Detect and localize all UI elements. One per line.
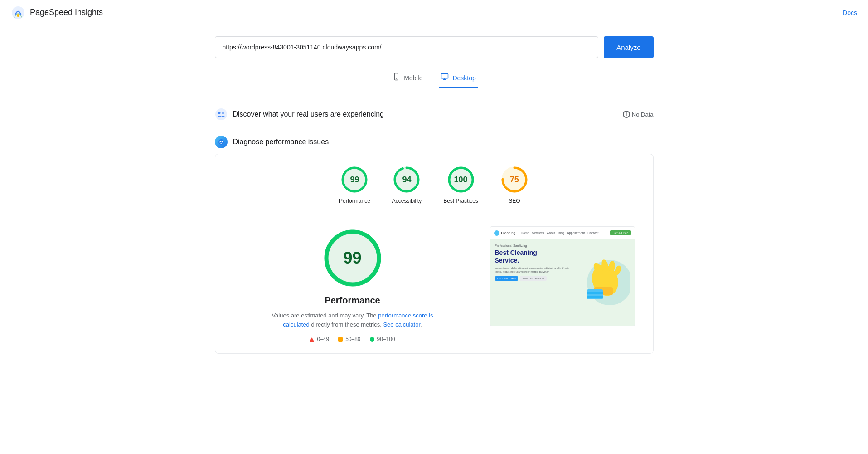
search-bar: Analyze (215, 36, 654, 58)
svg-rect-4 (441, 73, 448, 78)
fail-icon (310, 337, 314, 342)
score-legend: 0–49 50–89 90–100 (310, 336, 395, 342)
preview-nav-about: About (547, 231, 555, 234)
score-item-performance[interactable]: 99 Performance (339, 165, 370, 204)
preview-buttons: Our Best Offers View Our Services (495, 276, 577, 281)
svg-point-1 (17, 14, 19, 17)
svg-point-8 (218, 112, 220, 114)
tab-mobile-label: Mobile (404, 74, 422, 82)
preview-body-text: Lorem ipsum dolor sit amet, consectetur … (495, 266, 577, 274)
analyze-button[interactable]: Analyze (604, 36, 653, 58)
header: PageSpeed Insights Docs (0, 0, 868, 25)
real-users-section[interactable]: Discover what your real users are experi… (215, 101, 654, 128)
website-preview-container: Cleaning Home Services About Blog Appoin… (490, 226, 635, 326)
svg-point-12 (221, 141, 223, 142)
seo-label: SEO (509, 198, 520, 204)
svg-rect-35 (587, 289, 603, 299)
svg-point-0 (12, 6, 24, 19)
best-practices-label: Best Practices (443, 198, 478, 204)
main-content: Analyze Mobile Desktop (208, 25, 661, 365)
preview-text: Professional Sanitizing Best Cleaning Se… (495, 244, 577, 321)
preview-subtitle: Professional Sanitizing (495, 244, 577, 247)
accessibility-circle: 94 (392, 165, 421, 194)
preview-nav-services: Services (532, 231, 544, 234)
detail-section: 99 Performance Values are estimated and … (226, 226, 642, 342)
average-icon (338, 337, 343, 342)
docs-link[interactable]: Docs (843, 9, 857, 16)
real-users-icon (215, 108, 228, 121)
best-practices-circle: 100 (446, 165, 475, 194)
device-tabs: Mobile Desktop (215, 69, 654, 88)
accessibility-score: 94 (402, 175, 411, 185)
no-data-badge: i No Data (623, 111, 654, 118)
preview-site-name: Cleaning (501, 231, 516, 235)
svg-rect-37 (587, 296, 603, 298)
performance-circle: 99 (340, 165, 369, 194)
legend-pass: 90–100 (370, 336, 395, 342)
calculator-link[interactable]: See calculator (383, 321, 420, 328)
app-title: PageSpeed Insights (30, 8, 103, 17)
best-practices-score: 100 (454, 175, 467, 185)
preview-nav-cta: Get A Price (610, 230, 630, 235)
tab-mobile[interactable]: Mobile (390, 69, 424, 88)
diagnose-header[interactable]: Diagnose performance issues (215, 128, 654, 154)
performance-score: 99 (350, 175, 359, 185)
preview-heading: Best Cleaning Service. (495, 249, 577, 264)
scores-row: 99 Performance 94 Accessibility (226, 165, 642, 215)
detail-performance-title: Performance (325, 295, 380, 306)
diagnose-icon (215, 136, 228, 148)
detail-left: 99 Performance Values are estimated and … (233, 226, 472, 342)
svg-point-10 (218, 139, 224, 145)
preview-image (580, 244, 630, 321)
preview-nav-blog: Blog (558, 231, 564, 234)
pass-icon (370, 337, 374, 342)
svg-point-11 (219, 141, 221, 142)
url-input[interactable] (215, 36, 599, 58)
preview-btn-services: View Our Services (520, 276, 547, 281)
svg-rect-36 (587, 292, 603, 294)
desktop-icon (441, 73, 449, 83)
legend-average-range: 50–89 (345, 336, 360, 342)
legend-average: 50–89 (338, 336, 360, 342)
large-performance-circle: 99 (321, 226, 384, 290)
legend-pass-range: 90–100 (377, 336, 395, 342)
score-panel: 99 Performance 94 Accessibility (215, 154, 654, 354)
website-preview: Cleaning Home Services About Blog Appoin… (490, 226, 635, 326)
legend-fail-range: 0–49 (317, 336, 329, 342)
svg-point-9 (222, 112, 224, 114)
diagnose-title: Diagnose performance issues (233, 138, 654, 146)
score-item-seo[interactable]: 75 SEO (500, 165, 529, 204)
svg-point-7 (215, 108, 227, 120)
preview-logo-dot (494, 230, 499, 236)
preview-nav-appointment: Appointment (567, 231, 585, 234)
score-item-accessibility[interactable]: 94 Accessibility (392, 165, 422, 204)
logo-area: PageSpeed Insights (11, 5, 103, 20)
psi-logo-icon (11, 5, 25, 20)
score-item-best-practices[interactable]: 100 Best Practices (443, 165, 478, 204)
mobile-icon (392, 73, 400, 83)
tab-desktop[interactable]: Desktop (439, 69, 477, 88)
seo-circle: 75 (500, 165, 529, 194)
preview-btn-offers: Our Best Offers (495, 276, 519, 281)
preview-navbar: Cleaning Home Services About Blog Appoin… (490, 227, 635, 239)
cleaning-glove-svg (580, 244, 630, 321)
diagnose-section: Diagnose performance issues 99 Perf (215, 128, 654, 354)
accessibility-label: Accessibility (392, 198, 422, 204)
performance-label: Performance (339, 198, 370, 204)
preview-nav-contact: Contact (587, 231, 598, 234)
tab-desktop-label: Desktop (452, 74, 475, 82)
real-users-title: Discover what your real users are experi… (233, 110, 617, 118)
legend-fail: 0–49 (310, 336, 329, 342)
large-performance-score: 99 (343, 249, 361, 268)
preview-nav-home: Home (521, 231, 529, 234)
no-data-label: No Data (632, 111, 654, 118)
info-icon: i (623, 111, 630, 118)
preview-nav-links: Home Services About Blog Appointment Con… (521, 231, 598, 234)
detail-description: Values are estimated and may vary. The p… (271, 311, 434, 329)
preview-body: Professional Sanitizing Best Cleaning Se… (490, 239, 635, 326)
seo-score: 75 (510, 175, 519, 185)
